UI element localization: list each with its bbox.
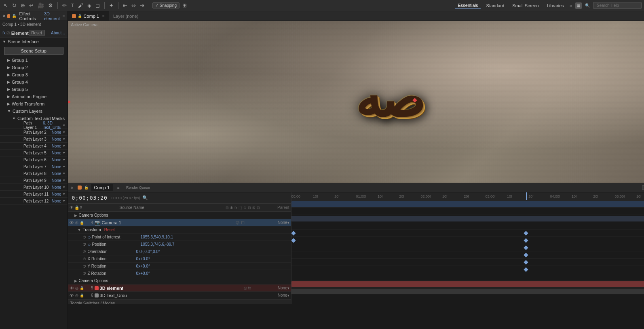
group-2-item[interactable]: ▶Group 2 — [0, 64, 68, 71]
path-layer-5-value[interactable]: None — [52, 151, 61, 155]
path-layer-11-dropdown[interactable]: ▾ — [63, 192, 65, 196]
path-layer-9-dropdown[interactable]: ▾ — [63, 178, 65, 182]
yrot-value[interactable]: 0x+0.0° — [136, 264, 150, 268]
3d-text-eye-icon[interactable]: 👁 — [70, 293, 74, 298]
workspace-essentials[interactable]: Essentials — [455, 2, 480, 9]
camera-options-2[interactable]: ▶ Camera Options — [68, 277, 291, 285]
workspace-libraries[interactable]: Libraries — [545, 2, 566, 9]
scene-setup-button[interactable]: Scene Setup — [4, 47, 63, 55]
workspace-standard[interactable]: Standard — [484, 2, 507, 9]
poi-row[interactable]: ⏱ ◇ Point of Interest 1055.3,540.9,10.1 — [68, 234, 291, 241]
panel-menu-icon[interactable]: ≡ — [63, 14, 65, 18]
group-4-item[interactable]: ▶Group 4 — [0, 78, 68, 86]
orientation-row[interactable]: ⏱ Orientation 0.0°,0.0°,0.0° — [68, 248, 291, 255]
transform-reset[interactable]: Reset — [104, 228, 115, 232]
path-layer-12-row[interactable]: Path Layer 12 None ▾ — [0, 198, 68, 205]
group-3-item[interactable]: ▶Group 3 — [0, 71, 68, 78]
tl-search-icon[interactable]: 🔍 — [142, 195, 148, 200]
path-layer-7-dropdown[interactable]: ▾ — [63, 164, 65, 169]
comp-menu-icon[interactable]: ≡ — [102, 14, 105, 18]
custom-layers-item[interactable]: ▼ Custom Layers — [0, 108, 68, 115]
workspace-small-screen[interactable]: Small Screen — [510, 2, 541, 9]
path-layer-2-row[interactable]: Path Layer 2 None ▾ — [0, 129, 68, 136]
path-layer-3-dropdown[interactable]: ▾ — [63, 137, 65, 141]
kf-diamond-5-1[interactable] — [524, 238, 528, 243]
about-link[interactable]: About... — [51, 31, 65, 35]
comp-tab[interactable]: 🔒 Comp 1 ≡ — [68, 11, 109, 21]
tl-tab-menu[interactable]: ≡ — [117, 186, 120, 190]
camera-tool[interactable]: 🎥 — [36, 2, 45, 8]
tl-tab-comp[interactable]: Comp 1 — [91, 184, 114, 191]
path-layer-6-value[interactable]: None — [52, 158, 61, 162]
path-layer-6-dropdown[interactable]: ▾ — [63, 158, 65, 162]
close-button[interactable]: ✕ — [2, 14, 6, 18]
path-layer-4-dropdown[interactable]: ▾ — [63, 144, 65, 148]
path-layer-7-row[interactable]: Path Layer 7 None ▾ — [0, 163, 68, 170]
path-layer-3-row[interactable]: Path Layer 3 None ▾ — [0, 136, 68, 143]
path-layer-4-value[interactable]: None — [52, 144, 61, 148]
camera-options-collapsed[interactable]: ▶ Camera Options — [68, 212, 291, 219]
align-right[interactable]: ⇥ — [139, 2, 146, 8]
path-layer-10-dropdown[interactable]: ▾ — [63, 185, 65, 189]
path-layer-5-row[interactable]: Path Layer 5 None ▾ — [0, 150, 68, 156]
path-layer-10-row[interactable]: Path Layer 10 None ▾ — [0, 184, 68, 191]
path-layer-12-dropdown[interactable]: ▾ — [63, 199, 65, 203]
path-layer-4-row[interactable]: Path Layer 4 None ▾ — [0, 143, 68, 150]
tl-close-icon[interactable]: ✕ — [70, 186, 74, 190]
camera-parent-dropdown[interactable]: ▾ — [287, 221, 289, 225]
path-layer-6-row[interactable]: Path Layer 6 None ▾ — [0, 156, 68, 163]
path-layer-8-value[interactable]: None — [52, 171, 61, 176]
arrow-tool[interactable]: ↖ — [2, 2, 9, 8]
clone-tool[interactable]: ◈ — [86, 2, 93, 8]
kf-diamond-8-0[interactable] — [524, 260, 528, 264]
gear-tool[interactable]: ⚙ — [47, 2, 54, 8]
zrot-row[interactable]: ⏱ Z Rotation 0x+0.0° — [68, 270, 291, 277]
camera-layer-row[interactable]: 👁 ◎ 🔒 4 📷 Camera 1 ◎ ◻ None — [68, 219, 291, 226]
path-layer-8-row[interactable]: Path Layer 8 None ▾ — [0, 170, 68, 177]
path-layer-11-row[interactable]: Path Layer 11 None ▾ — [0, 191, 68, 198]
3d-text-parent-dropdown[interactable]: ▾ — [287, 293, 289, 297]
snapping-button[interactable]: ✓ Snapping — [152, 2, 179, 8]
camera-eye-icon[interactable]: 👁 — [70, 220, 74, 225]
keyframe-area[interactable]: 00;0010f20f01;00f10f20f02;00f10f20f03;00… — [291, 192, 644, 304]
transform-row[interactable]: ▼ Transform Reset — [68, 226, 291, 234]
world-transform-item[interactable]: ▶World Transform — [0, 100, 68, 108]
align-center[interactable]: ⇔ — [130, 2, 137, 8]
eraser-tool[interactable]: ◻ — [94, 2, 101, 8]
search-input[interactable] — [593, 2, 642, 9]
poi-value[interactable]: 1055.3,540.9,10.1 — [141, 235, 173, 239]
tl-btn-1[interactable]: ⊞ — [642, 185, 644, 190]
path-layer-9-row[interactable]: Path Layer 9 None ▾ — [0, 177, 68, 184]
playhead[interactable] — [526, 192, 527, 200]
orient-value[interactable]: 0.0°,0.0°,0.0° — [136, 249, 160, 254]
puppet-tool[interactable]: ✦ — [108, 2, 115, 8]
text-tool[interactable]: T — [70, 2, 75, 8]
rotate-tool[interactable]: ↻ — [11, 2, 18, 8]
path-layer-3-value[interactable]: None — [52, 137, 61, 141]
path-layer-10-value[interactable]: None — [52, 185, 61, 190]
kf-diamond-5-0[interactable] — [291, 238, 296, 243]
path-layer-1-row[interactable]: Path Layer 1 6. 3D Text_Urdu ▾ — [0, 122, 68, 129]
yrot-row[interactable]: ⏱ Y Rotation 0x+0.0° — [68, 263, 291, 270]
path-layer-5-dropdown[interactable]: ▾ — [63, 151, 65, 155]
3d-elem-eye-icon[interactable]: 👁 — [70, 286, 74, 291]
grid-tool[interactable]: ⊞ — [181, 2, 188, 8]
undo-tool[interactable]: ↩ — [28, 2, 35, 8]
xrot-row[interactable]: ⏱ X Rotation 0x+0.0° — [68, 255, 291, 263]
path-layer-12-value[interactable]: None — [52, 199, 61, 203]
3d-elem-parent-dropdown[interactable]: ▾ — [287, 286, 289, 290]
render-queue-tab[interactable]: Render Queue — [126, 186, 150, 190]
path-layer-7-value[interactable]: None — [52, 164, 61, 169]
pos-value[interactable]: 1055.3,745.6,-89.7 — [141, 242, 175, 247]
path-layer-1-dropdown[interactable]: ▾ — [63, 123, 65, 127]
group-5-item[interactable]: ▶Group 5 — [0, 86, 68, 93]
position-row[interactable]: ⏱ ◇ Position 1055.3,745.6,-89.7 — [68, 241, 291, 248]
kf-diamond-6-0[interactable] — [524, 245, 528, 250]
pen-tool[interactable]: ✏ — [61, 2, 68, 8]
3d-text-layer-row[interactable]: 👁 ◎ 🔒 6 3D Text_Urdu None ▾ — [68, 292, 291, 299]
path-layer-2-value[interactable]: None — [52, 130, 61, 135]
kf-diamond-4-0[interactable] — [291, 231, 296, 235]
reset-button[interactable]: Reset — [29, 30, 45, 36]
group-1-item[interactable]: ▶Group 1 — [0, 57, 68, 64]
3d-element-layer-row[interactable]: 👁 ◎ 🔒 5 3D element ◎ fx None ▾ — [68, 285, 291, 292]
